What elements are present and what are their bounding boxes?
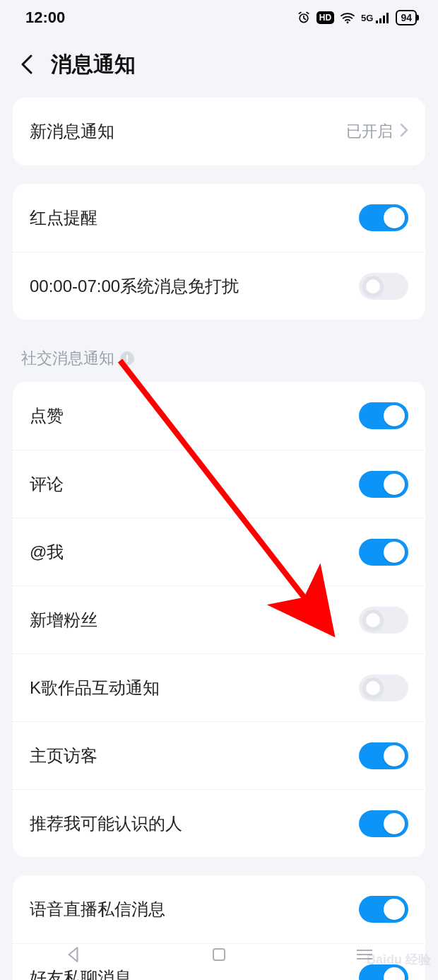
row-like: 点赞 xyxy=(13,382,425,450)
row-label: 红点提醒 xyxy=(30,206,97,229)
row-label: 评论 xyxy=(30,473,64,496)
info-icon[interactable]: ! xyxy=(120,351,134,366)
row-label: 00:00-07:00系统消息免打扰 xyxy=(30,275,239,298)
row-at-me: @我 xyxy=(13,518,425,585)
alarm-icon xyxy=(297,11,311,25)
svg-rect-7 xyxy=(213,949,225,960)
toggle-recommend[interactable] xyxy=(359,810,408,837)
toggle-ksong[interactable] xyxy=(359,675,408,701)
row-red-dot: 红点提醒 xyxy=(13,184,425,252)
row-visitors: 主页访客 xyxy=(13,721,425,789)
toggle-visitors[interactable] xyxy=(359,742,408,769)
nav-recent-button[interactable] xyxy=(355,947,374,964)
back-button[interactable] xyxy=(14,49,41,79)
toggle-dnd[interactable] xyxy=(359,273,408,300)
row-label: 语音直播私信消息 xyxy=(30,898,165,921)
wifi-icon xyxy=(340,11,355,24)
system-nav-bar xyxy=(0,932,438,980)
toggle-red-dot[interactable] xyxy=(359,204,408,231)
row-new-fans: 新增粉丝 xyxy=(13,585,425,653)
page-title: 消息通知 xyxy=(51,50,136,79)
signal-icon: 5G xyxy=(361,12,390,23)
page-header: 消息通知 xyxy=(0,35,438,98)
row-label: 新增粉丝 xyxy=(30,609,97,631)
toggle-comment[interactable] xyxy=(359,471,408,498)
toggle-voice-dm[interactable] xyxy=(359,896,408,923)
row-label: 推荐我可能认识的人 xyxy=(30,812,182,835)
battery-icon: 94 xyxy=(396,10,417,25)
row-new-message[interactable]: 新消息通知 已开启 xyxy=(13,98,425,165)
row-ksong: K歌作品互动通知 xyxy=(13,653,425,721)
svg-rect-4 xyxy=(383,16,385,23)
toggle-new-fans[interactable] xyxy=(359,607,408,634)
svg-rect-5 xyxy=(386,13,389,23)
svg-rect-3 xyxy=(379,18,381,23)
status-icons: HD 5G 94 xyxy=(297,10,417,25)
nav-back-button[interactable] xyxy=(64,945,83,967)
settings-group-general: 新消息通知 已开启 xyxy=(13,98,425,165)
svg-point-1 xyxy=(347,21,349,23)
toggle-like[interactable] xyxy=(359,402,408,429)
row-label: K歌作品互动通知 xyxy=(30,677,160,699)
row-label: 点赞 xyxy=(30,404,64,427)
status-time: 12:00 xyxy=(25,8,65,27)
row-dnd: 00:00-07:00系统消息免打扰 xyxy=(13,252,425,320)
svg-rect-2 xyxy=(376,21,378,23)
row-recommend: 推荐我可能认识的人 xyxy=(13,789,425,857)
toggle-at-me[interactable] xyxy=(359,539,408,566)
row-value: 已开启 xyxy=(346,121,393,142)
row-comment: 评论 xyxy=(13,450,425,518)
settings-group-social: 点赞 评论 @我 新增粉丝 K歌作品互动通知 主页访客 推荐我可能认识的人 xyxy=(13,382,425,857)
row-label: 新消息通知 xyxy=(30,120,114,143)
settings-group-alerts: 红点提醒 00:00-07:00系统消息免打扰 xyxy=(13,184,425,320)
section-social-title: 社交消息通知 ! xyxy=(21,348,417,369)
status-bar: 12:00 HD 5G 94 xyxy=(0,0,438,35)
chevron-right-icon xyxy=(400,123,408,140)
row-label: 主页访客 xyxy=(30,745,97,767)
row-label: @我 xyxy=(30,541,64,564)
section-label: 社交消息通知 xyxy=(21,348,114,369)
nav-home-button[interactable] xyxy=(211,946,227,966)
hd-icon: HD xyxy=(316,11,334,24)
